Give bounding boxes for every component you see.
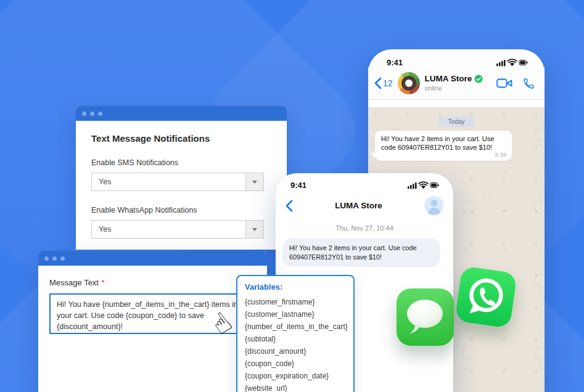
date-line: Thu, Nov 27, 10:44 [276, 224, 453, 232]
date-chip: Today [438, 116, 475, 127]
whatsapp-app-icon[interactable] [454, 266, 517, 329]
chat-header: 12 LUMA Store online [368, 67, 545, 100]
status-time: 9:41 [387, 58, 403, 67]
variables-list: {customer_firstname} {customer_lastname}… [245, 296, 347, 392]
incoming-message-bubble: Hi! You have 2 items in your cart. Use c… [282, 239, 440, 267]
variables-title: Variables: [245, 282, 347, 292]
chevron-down-icon [245, 221, 263, 238]
speech-bubble-icon [397, 288, 454, 346]
presence-status: online [425, 85, 483, 92]
window-controls [82, 112, 102, 116]
back-button[interactable] [286, 200, 293, 212]
window-dot-icon [44, 256, 49, 261]
page-title: Text Message Notifications [91, 133, 271, 144]
variable-item: {customer_firstname} [245, 296, 347, 308]
window-dot-icon [82, 112, 86, 116]
chevron-left-icon [374, 77, 382, 89]
window-dot-icon [90, 112, 94, 116]
contact-name: LUMA Store [425, 75, 472, 84]
variable-item: {customer_lastname} [245, 308, 347, 321]
settings-window: Text Message Notifications Enable SMS No… [76, 106, 287, 250]
chevron-down-icon [245, 173, 263, 190]
chat-header: LUMA Store [276, 190, 453, 219]
video-call-icon[interactable] [496, 78, 512, 89]
marketing-hero: Text Message Notifications Enable SMS No… [0, 0, 584, 392]
select-value: Yes [92, 225, 111, 234]
window-controls [44, 256, 65, 261]
luma-store-logo [398, 72, 420, 94]
required-asterisk: * [101, 278, 104, 287]
select-value: Yes [92, 178, 111, 186]
status-bar: 9:41 [276, 173, 453, 190]
voice-call-icon[interactable] [523, 78, 535, 89]
imessage-app-icon[interactable] [397, 288, 454, 346]
verified-badge-icon [474, 75, 483, 83]
message-text: Hi! You have 2 items in your cart. Use c… [381, 135, 494, 151]
variable-item: {subtotal} [245, 333, 347, 345]
contact-name: LUMA Store [293, 201, 424, 210]
variables-panel: Variables: {customer_firstname} {custome… [236, 275, 355, 392]
variable-item: {website_url} [245, 382, 347, 392]
message-text-label: Message Text [49, 278, 99, 287]
window-dot-icon [60, 256, 65, 261]
status-icons [496, 59, 528, 67]
variable-item: {coupon_expiration_date} [245, 370, 347, 382]
window-dot-icon [52, 256, 57, 261]
enable-whatsapp-select[interactable]: Yes [91, 220, 264, 239]
message-window: Message Text * Hi! You have {number_of_i… [38, 251, 267, 392]
status-time: 9:41 [290, 181, 306, 190]
status-bar: 9:41 [368, 49, 545, 67]
window-titlebar [38, 251, 267, 266]
window-titlebar [76, 106, 287, 121]
window-dot-icon [98, 112, 102, 116]
enable-sms-select[interactable]: Yes [91, 173, 264, 191]
enable-whatsapp-label: Enable WhatsApp Notifications [91, 206, 271, 214]
status-icons [408, 181, 440, 189]
variable-item: {coupon_code} [245, 357, 347, 370]
contact-identity[interactable]: LUMA Store online [425, 75, 483, 92]
variable-item: {number_of_items_in_the_cart} [245, 321, 347, 333]
incoming-message-bubble: Hi! You have 2 items in your cart. Use c… [375, 131, 512, 161]
enable-sms-label: Enable SMS Notifications [91, 158, 271, 167]
variable-item: {discount_amount} [245, 345, 347, 357]
avatar [424, 196, 443, 215]
back-button[interactable]: 12 [374, 77, 393, 89]
message-timestamp: 9.39 [495, 150, 507, 159]
unread-count: 12 [383, 78, 393, 88]
whatsapp-glyph-icon [454, 266, 517, 329]
